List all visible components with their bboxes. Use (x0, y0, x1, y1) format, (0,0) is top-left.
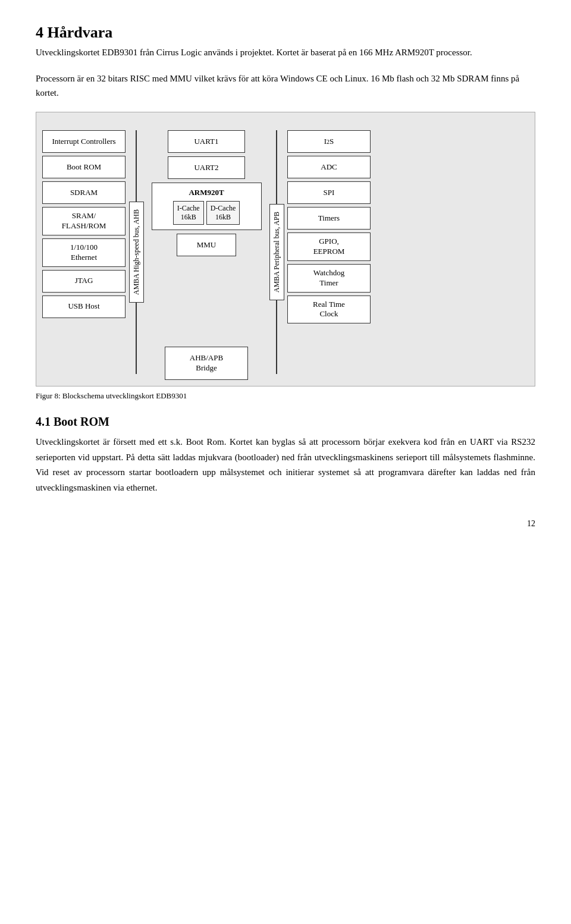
gpio-eeprom-block: GPIO,EEPROM (287, 232, 371, 261)
ethernet-block: 1/10/100Ethernet (42, 238, 126, 267)
chapter-title: 4 Hårdvara (36, 24, 535, 42)
figure-caption: Figur 8: Blockschema utvecklingskort EDB… (36, 391, 535, 401)
body-paragraph-1: Utvecklingskortet är försett med ett s.k… (36, 435, 535, 495)
usb-host-block: USB Host (42, 296, 126, 318)
center-column: UART1 UART2 ARM920T I-Cache16kB D-Cache1… (147, 124, 266, 380)
amba-ahb-label: AMBA High-speed bus, AHB (129, 202, 144, 303)
arm-title: ARM920T (156, 188, 258, 197)
section-title: 4.1 Boot ROM (36, 415, 535, 429)
intro-paragraph-1: Utvecklingskortet EDB9301 från Cirrus Lo… (36, 45, 535, 59)
intro-paragraph-2: Processorn är en 32 bitars RISC med MMU … (36, 71, 535, 100)
jtag-block: JTAG (42, 270, 126, 293)
uart1-block: UART1 (168, 130, 245, 153)
sdram-block: SDRAM (42, 181, 126, 204)
arm920t-block: ARM920T I-Cache16kB D-Cache16kB (152, 183, 262, 230)
watchdog-timer-block: WatchdogTimer (287, 264, 371, 293)
page-number: 12 (36, 519, 535, 529)
block-diagram: Interrupt Controllers Boot ROM SDRAM SRA… (36, 112, 535, 386)
adc-block: ADC (287, 156, 371, 178)
left-blocks-column: Interrupt Controllers Boot ROM SDRAM SRA… (42, 124, 126, 380)
amba-apb-bus: AMBA Peripheral bus, APB (266, 124, 287, 380)
uart2-block: UART2 (168, 156, 245, 179)
amba-ahb-bus: AMBA High-speed bus, AHB (126, 124, 147, 380)
mmu-block: MMU (177, 234, 236, 256)
amba-apb-label: AMBA Peripheral bus, APB (269, 204, 284, 300)
real-time-clock-block: Real TimeClock (287, 296, 371, 324)
i2s-block: I2S (287, 130, 371, 153)
boot-rom-block: Boot ROM (42, 156, 126, 178)
timers-block: Timers (287, 207, 371, 230)
interrupt-controllers-block: Interrupt Controllers (42, 130, 126, 153)
dcache-block: D-Cache16kB (206, 201, 240, 225)
spi-block: SPI (287, 181, 371, 204)
icache-block: I-Cache16kB (173, 201, 204, 225)
ahb-apb-bridge-block: AHB/APBBridge (165, 347, 248, 380)
right-blocks-column: I2S ADC SPI Timers GPIO,EEPROM WatchdogT… (287, 124, 371, 380)
sram-flash-block: SRAM/FLASH/ROM (42, 207, 126, 235)
